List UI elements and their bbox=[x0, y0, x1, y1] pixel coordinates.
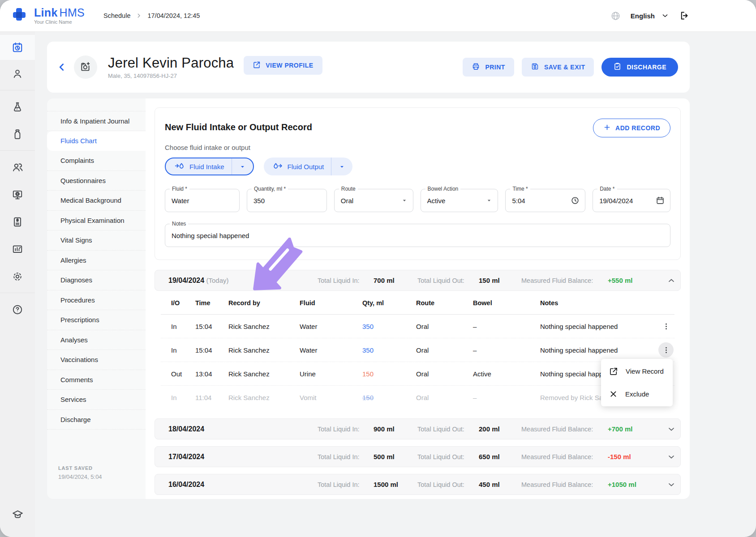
day-group: 19/04/2024 (Today)Total Liquid In:700 ml… bbox=[155, 270, 681, 412]
fluid-intake-caret[interactable] bbox=[232, 158, 253, 175]
nav-item-procedures[interactable]: Procedures bbox=[47, 290, 146, 311]
fluid-intake-button[interactable]: Fluid Intake bbox=[166, 161, 232, 172]
brand-light: HMS bbox=[60, 6, 85, 19]
nav-item-complaints[interactable]: Complaints bbox=[47, 151, 146, 171]
sidebar-item-staff[interactable] bbox=[0, 153, 35, 181]
sidebar-item-lab[interactable] bbox=[0, 93, 35, 120]
nav-item-fluids-chart[interactable]: Fluids Chart bbox=[47, 131, 146, 151]
route-field[interactable]: Route bbox=[334, 189, 413, 212]
route-select[interactable] bbox=[341, 197, 401, 205]
fluid-intake-icon bbox=[175, 161, 185, 172]
fluid-output-caret[interactable] bbox=[331, 158, 352, 175]
day-summary-row[interactable]: 19/04/2024 (Today)Total Liquid In:700 ml… bbox=[155, 270, 681, 291]
day-groups: 19/04/2024 (Today)Total Liquid In:700 ml… bbox=[155, 270, 681, 495]
balance-label: Measured Fluid Balance: bbox=[521, 453, 608, 460]
save-exit-button[interactable]: SAVE & EXIT bbox=[522, 58, 594, 77]
menu-exclude[interactable]: Exclude bbox=[601, 383, 673, 405]
nav-item-diagnoses[interactable]: Diagnoses bbox=[47, 270, 146, 290]
patient-avatar[interactable] bbox=[74, 55, 97, 79]
sidebar-item-billing[interactable] bbox=[0, 208, 35, 235]
chevron-down-icon[interactable] bbox=[660, 480, 676, 489]
date-input[interactable] bbox=[599, 197, 656, 205]
balance-value: +550 ml bbox=[608, 277, 660, 284]
chevron-down-icon[interactable] bbox=[660, 425, 676, 434]
last-saved-label: LAST SAVED bbox=[58, 465, 102, 471]
col-time: Time bbox=[195, 299, 228, 307]
language-selector[interactable]: English bbox=[610, 11, 669, 21]
view-profile-button[interactable]: VIEW PROFILE bbox=[244, 56, 322, 75]
sidebar-item-schedule[interactable] bbox=[0, 35, 35, 60]
day-summary-row[interactable]: 18/04/2024Total Liquid In:900 mlTotal Li… bbox=[155, 418, 681, 439]
sidebar-item-learning[interactable] bbox=[0, 501, 35, 528]
discharge-button[interactable]: DISCHARGE bbox=[601, 58, 678, 77]
notes-input[interactable] bbox=[172, 232, 665, 239]
sidebar-divider bbox=[0, 293, 35, 293]
time-input[interactable] bbox=[512, 197, 571, 205]
fluid-field[interactable]: Fluid * bbox=[165, 189, 240, 212]
sidebar-item-settings[interactable] bbox=[0, 263, 35, 290]
fluid-input[interactable] bbox=[172, 197, 234, 205]
calendar-icon[interactable] bbox=[656, 196, 665, 205]
cell-record-by: Rick Sanchez bbox=[228, 370, 300, 378]
nav-item-questionnaires[interactable]: Questionnaires bbox=[47, 171, 146, 191]
cell-fluid: Urine bbox=[300, 370, 362, 378]
app-logo[interactable]: LinkHMS Your Clinic Name bbox=[12, 6, 90, 25]
caret-down-icon[interactable] bbox=[486, 197, 492, 204]
sidebar-item-medications[interactable] bbox=[0, 120, 35, 148]
quantity-field[interactable]: Quantity, ml * bbox=[247, 189, 327, 212]
fluid-output-button[interactable]: Fluid Output bbox=[264, 161, 331, 172]
records-table-header: I/O Time Record by Fluid Qty, ml Route B… bbox=[161, 292, 674, 315]
time-field[interactable]: Time * bbox=[505, 189, 585, 212]
breadcrumb-section[interactable]: Schedule bbox=[103, 12, 130, 19]
caret-down-icon[interactable] bbox=[401, 197, 408, 204]
row-menu-button[interactable] bbox=[658, 342, 674, 358]
date-field-label: Date * bbox=[597, 186, 617, 192]
day-date: 19/04/2024 (Today) bbox=[168, 277, 318, 285]
bowel-action-field[interactable]: Bowel Action bbox=[421, 189, 498, 212]
nav-item-discharge[interactable]: Discharge bbox=[47, 410, 146, 430]
nav-item-medical-background[interactable]: Medical Background bbox=[47, 191, 146, 211]
patient-details: Male, 35, 14097856-HJ-27 bbox=[108, 72, 234, 79]
nav-item-vaccinations[interactable]: Vaccinations bbox=[47, 350, 146, 370]
row-menu-button[interactable] bbox=[658, 319, 674, 334]
menu-view-record[interactable]: View Record bbox=[601, 360, 673, 383]
notes-field[interactable]: Notes bbox=[165, 224, 670, 247]
sidebar-item-patients[interactable] bbox=[0, 60, 35, 87]
bowel-select[interactable] bbox=[427, 197, 486, 205]
balance-label: Measured Fluid Balance: bbox=[521, 481, 608, 488]
nav-item-prescriptions[interactable]: Prescriptions bbox=[47, 310, 146, 330]
back-button[interactable] bbox=[56, 61, 68, 73]
nav-item-allergies[interactable]: Allergies bbox=[47, 251, 146, 271]
logout-icon[interactable] bbox=[679, 10, 690, 21]
app-header: LinkHMS Your Clinic Name Schedule 17/04/… bbox=[0, 0, 756, 32]
nav-item-info-inpatient-journal[interactable]: Info & Inpatient Journal bbox=[47, 111, 146, 131]
nav-item-physical-examination[interactable]: Physical Examination bbox=[47, 211, 146, 231]
nav-item-vital-signs[interactable]: Vital Signs bbox=[47, 230, 146, 251]
day-summary-row[interactable]: 17/04/2024Total Liquid In:500 mlTotal Li… bbox=[155, 446, 681, 467]
chevron-down-icon[interactable] bbox=[660, 452, 676, 461]
add-record-button[interactable]: ADD RECORD bbox=[593, 119, 670, 137]
total-out-value: 150 ml bbox=[479, 277, 521, 284]
print-button[interactable]: PRINT bbox=[463, 58, 514, 77]
save-icon bbox=[531, 62, 539, 72]
sidebar-item-help[interactable] bbox=[0, 296, 35, 323]
nav-item-services[interactable]: Services bbox=[47, 390, 146, 410]
col-qty: Qty, ml bbox=[362, 299, 416, 307]
day-records-table: I/O Time Record by Fluid Qty, ml Route B… bbox=[161, 292, 674, 409]
nav-item-comments[interactable]: Comments bbox=[47, 370, 146, 390]
balance-label: Measured Fluid Balance: bbox=[521, 426, 608, 433]
cell-route: Oral bbox=[416, 346, 473, 354]
cell-bowel: – bbox=[473, 394, 540, 401]
sidebar-item-workstation[interactable] bbox=[0, 181, 35, 208]
quantity-input[interactable] bbox=[253, 197, 321, 205]
date-field[interactable]: Date * bbox=[593, 189, 670, 212]
form-title: New Fluid Intake or Output Record bbox=[165, 119, 312, 132]
cell-route: Oral bbox=[416, 370, 473, 378]
day-summary-row[interactable]: 16/04/2024Total Liquid In:1500 mlTotal L… bbox=[155, 474, 681, 495]
patient-header-card: Jerel Kevin Parocha Male, 35, 14097856-H… bbox=[47, 42, 690, 93]
nav-item-analyses[interactable]: Analyses bbox=[47, 330, 146, 350]
clock-icon[interactable] bbox=[571, 196, 580, 205]
chevron-up-icon[interactable] bbox=[660, 276, 676, 285]
sidebar-item-reports[interactable] bbox=[0, 235, 35, 263]
sidebar-divider bbox=[0, 90, 35, 90]
